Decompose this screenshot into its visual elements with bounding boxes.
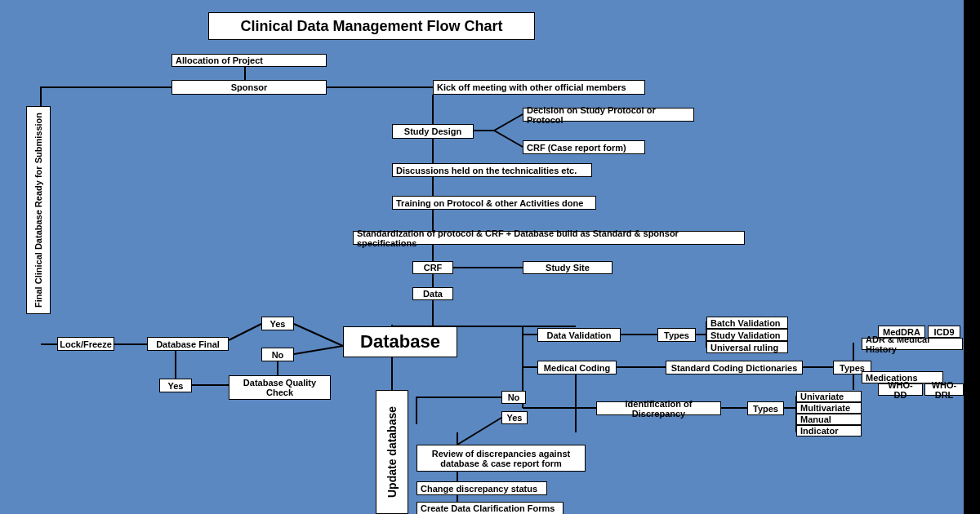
node-yes-right: Yes [501, 411, 528, 424]
right-black-bar [964, 0, 980, 514]
node-change-status: Change discrepancy status [416, 481, 547, 495]
svg-line-38 [457, 418, 501, 445]
node-standardization: Standardization of protocol & CRF + Data… [353, 231, 745, 245]
node-db-quality: Database Quality Check [229, 375, 331, 400]
node-review: Review of discrepancies against database… [416, 445, 586, 472]
node-yes-top: Yes [261, 317, 294, 330]
node-create-dcf: Create Data Clarification Forms [416, 502, 564, 514]
node-crf: CRF [412, 261, 453, 274]
node-adr-history: ADR & Medical History [862, 338, 963, 350]
node-types-1: Types [657, 328, 696, 342]
node-identification: Identification of Discrepancy [596, 401, 721, 415]
node-data-validation: Data Validation [537, 328, 621, 342]
node-discussions: Discussions held on the technicalities e… [392, 163, 592, 177]
node-study-validation: Study Validation [706, 329, 788, 341]
node-sponsor: Sponsor [172, 80, 327, 95]
flowchart-title: Clinical Data Management Flow Chart [208, 12, 535, 40]
node-crf-form: CRF (Case report form) [523, 140, 645, 154]
node-data: Data [412, 287, 453, 300]
node-multivariate: Multivariate [796, 402, 862, 414]
node-batch-validation: Batch Validation [706, 317, 788, 329]
node-who-dd: WHO-DD [878, 383, 923, 396]
node-allocation: Allocation of Project [172, 54, 327, 67]
node-lock-freeze: Lock/Freeze [57, 337, 114, 351]
node-db-final: Database Final [147, 337, 229, 351]
node-universal-ruling: Universal ruling [706, 341, 788, 353]
node-final-db-ready: Final Clinical Database Ready for Submis… [26, 106, 51, 314]
node-univariate: Univariate [796, 391, 862, 402]
node-who-drl: WHO-DRL [924, 383, 964, 396]
svg-line-29 [294, 324, 343, 346]
svg-line-30 [294, 346, 343, 354]
node-database: Database [343, 326, 457, 357]
node-study-design: Study Design [392, 124, 474, 139]
node-types-3: Types [747, 401, 784, 415]
node-training: Training on Protocol & other Activities … [392, 196, 596, 210]
node-medical-coding: Medical Coding [537, 361, 617, 374]
node-no: No [501, 391, 526, 404]
node-study-site: Study Site [523, 261, 612, 274]
node-manual: Manual [796, 414, 862, 425]
connectors [0, 0, 964, 514]
node-icd9: ICD9 [928, 326, 960, 338]
node-no-mid: No [261, 348, 294, 361]
node-update-database: Update database [376, 390, 408, 514]
svg-line-31 [229, 324, 261, 340]
node-yes-left: Yes [159, 379, 192, 392]
node-indicator: Indicator [796, 425, 862, 436]
flowchart-canvas: Clinical Data Management Flow Chart Allo… [0, 0, 964, 514]
node-meddra: MedDRA [878, 326, 925, 338]
node-standard-coding: Standard Coding Dictionaries [666, 361, 803, 374]
node-kickoff: Kick off meeting with other official mem… [433, 80, 645, 95]
node-decision-protocol: Decision on Study Protocol or Protocol [523, 108, 694, 122]
